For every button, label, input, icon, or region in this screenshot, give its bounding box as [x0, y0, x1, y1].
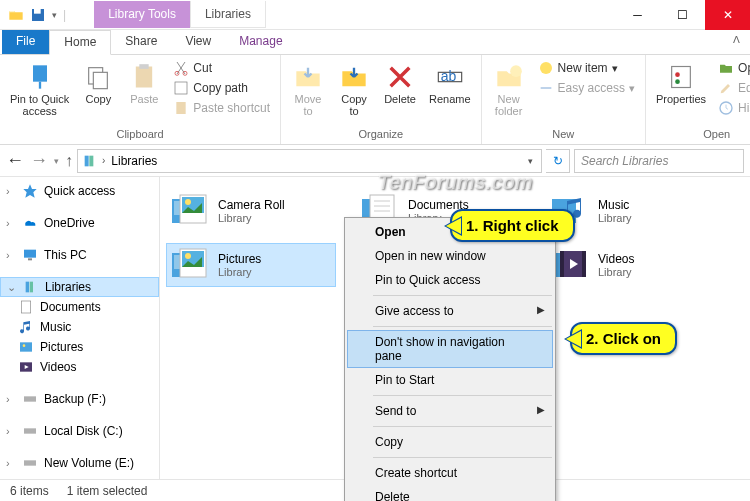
- contextual-tab-group: Library Tools: [94, 1, 190, 28]
- maximize-button[interactable]: ☐: [660, 0, 705, 30]
- svg-rect-27: [28, 258, 32, 260]
- svg-point-16: [675, 72, 680, 77]
- svg-rect-24: [89, 155, 93, 166]
- sidebar-item-this-pc[interactable]: This PC: [0, 245, 159, 265]
- svg-rect-15: [672, 67, 691, 88]
- sidebar-item-local-c[interactable]: Local Disk (C:): [0, 421, 159, 441]
- new-folder-button[interactable]: New folder: [488, 59, 530, 119]
- window-title: Libraries: [190, 1, 266, 28]
- svg-rect-5: [136, 67, 152, 88]
- context-copy[interactable]: Copy: [347, 430, 553, 454]
- copy-button[interactable]: Copy: [77, 59, 119, 107]
- easy-access-button[interactable]: Easy access ▾: [534, 79, 639, 97]
- svg-rect-23: [85, 155, 89, 166]
- context-open-new-window[interactable]: Open in new window: [347, 244, 553, 268]
- context-give-access[interactable]: Give access to▶: [347, 299, 553, 323]
- svg-rect-62: [582, 251, 586, 277]
- tab-file[interactable]: File: [2, 30, 49, 54]
- svg-marker-25: [23, 184, 36, 197]
- properties-button[interactable]: Properties: [652, 59, 710, 107]
- address-dropdown[interactable]: ▾: [524, 156, 537, 166]
- svg-point-58: [185, 253, 191, 259]
- tab-home[interactable]: Home: [49, 30, 111, 55]
- status-selected: 1 item selected: [67, 484, 148, 498]
- svg-rect-9: [175, 82, 187, 94]
- paste-button[interactable]: Paste: [123, 59, 165, 107]
- svg-rect-29: [30, 282, 33, 293]
- history-button[interactable]: History: [714, 99, 750, 117]
- navigation-pane: Quick access OneDrive This PC Libraries …: [0, 177, 160, 479]
- move-to-button[interactable]: Move to: [287, 59, 329, 119]
- sidebar-item-music[interactable]: Music: [0, 317, 159, 337]
- svg-rect-2: [33, 65, 47, 81]
- sidebar-item-backup[interactable]: Backup (F:): [0, 389, 159, 409]
- cut-button[interactable]: Cut: [169, 59, 274, 77]
- sidebar-item-videos[interactable]: Videos: [0, 357, 159, 377]
- sidebar-item-quick-access[interactable]: Quick access: [0, 181, 159, 201]
- svg-point-32: [23, 344, 26, 347]
- svg-point-8: [183, 71, 187, 75]
- save-icon[interactable]: [30, 7, 46, 23]
- svg-point-14: [540, 62, 552, 74]
- tab-view[interactable]: View: [171, 30, 225, 54]
- library-item-videos[interactable]: VideosLibrary: [546, 243, 716, 287]
- context-send-to[interactable]: Send to▶: [347, 399, 553, 423]
- nav-bar: ← → ▾ ↑ › Libraries ▾ ↻ Search Libraries: [0, 145, 750, 177]
- breadcrumb[interactable]: Libraries: [109, 154, 159, 168]
- library-item-pictures[interactable]: PicturesLibrary: [166, 243, 336, 287]
- svg-rect-1: [34, 9, 41, 14]
- context-pin-quick-access[interactable]: Pin to Quick access: [347, 268, 553, 292]
- sidebar-item-pictures[interactable]: Pictures: [0, 337, 159, 357]
- ribbon-collapse[interactable]: ᐱ: [723, 30, 750, 54]
- svg-point-47: [185, 199, 191, 205]
- paste-shortcut-button[interactable]: Paste shortcut: [169, 99, 274, 117]
- copy-to-button[interactable]: Copy to: [333, 59, 375, 119]
- svg-rect-36: [24, 428, 36, 433]
- close-button[interactable]: ✕: [705, 0, 750, 30]
- forward-button[interactable]: →: [30, 150, 48, 171]
- up-button[interactable]: ↑: [65, 152, 73, 170]
- tab-share[interactable]: Share: [111, 30, 171, 54]
- svg-rect-26: [24, 250, 36, 258]
- svg-rect-35: [24, 396, 36, 401]
- main-area: Quick access OneDrive This PC Libraries …: [0, 177, 750, 479]
- title-bar: ▾ | Library Tools Libraries ─ ☐ ✕: [0, 0, 750, 30]
- callout-1: 1. Right click: [450, 209, 575, 242]
- sidebar-item-libraries[interactable]: Libraries: [0, 277, 159, 297]
- svg-rect-4: [94, 72, 108, 88]
- svg-rect-31: [20, 342, 32, 351]
- callout-2: 2. Click on: [570, 322, 677, 355]
- folder-icon: [8, 7, 24, 23]
- sidebar-item-documents[interactable]: Documents: [0, 297, 159, 317]
- libraries-icon: [82, 153, 98, 169]
- tab-manage[interactable]: Manage: [225, 30, 296, 54]
- svg-rect-61: [560, 251, 564, 277]
- refresh-button[interactable]: ↻: [546, 149, 570, 173]
- context-create-shortcut[interactable]: Create shortcut: [347, 461, 553, 485]
- sidebar-item-vol-e[interactable]: New Volume (E:): [0, 453, 159, 473]
- new-item-button[interactable]: New item ▾: [534, 59, 639, 77]
- sidebar-item-onedrive[interactable]: OneDrive: [0, 213, 159, 233]
- context-dont-show-nav[interactable]: Don't show in navigation pane: [347, 330, 553, 368]
- edit-button[interactable]: Edit: [714, 79, 750, 97]
- delete-button[interactable]: Delete: [379, 59, 421, 107]
- svg-point-7: [175, 71, 179, 75]
- pin-quick-access-button[interactable]: Pin to Quick access: [6, 59, 73, 119]
- svg-point-13: [510, 65, 522, 77]
- qat-dropdown[interactable]: ▾: [52, 10, 57, 20]
- open-button[interactable]: Open ▾: [714, 59, 750, 77]
- library-item-camera-roll[interactable]: Camera RollLibrary: [166, 189, 336, 233]
- rename-button[interactable]: abRename: [425, 59, 475, 107]
- recent-dropdown[interactable]: ▾: [54, 156, 59, 166]
- svg-rect-28: [26, 282, 29, 293]
- copy-path-button[interactable]: Copy path: [169, 79, 274, 97]
- minimize-button[interactable]: ─: [615, 0, 660, 30]
- svg-text:ab: ab: [440, 68, 456, 84]
- context-pin-start[interactable]: Pin to Start: [347, 368, 553, 392]
- context-delete[interactable]: Delete: [347, 485, 553, 501]
- address-bar[interactable]: › Libraries ▾: [77, 149, 542, 173]
- search-input[interactable]: Search Libraries: [574, 149, 744, 173]
- back-button[interactable]: ←: [6, 150, 24, 171]
- svg-rect-10: [177, 102, 186, 114]
- ribbon: Pin to Quick access Copy Paste Cut Copy …: [0, 55, 750, 145]
